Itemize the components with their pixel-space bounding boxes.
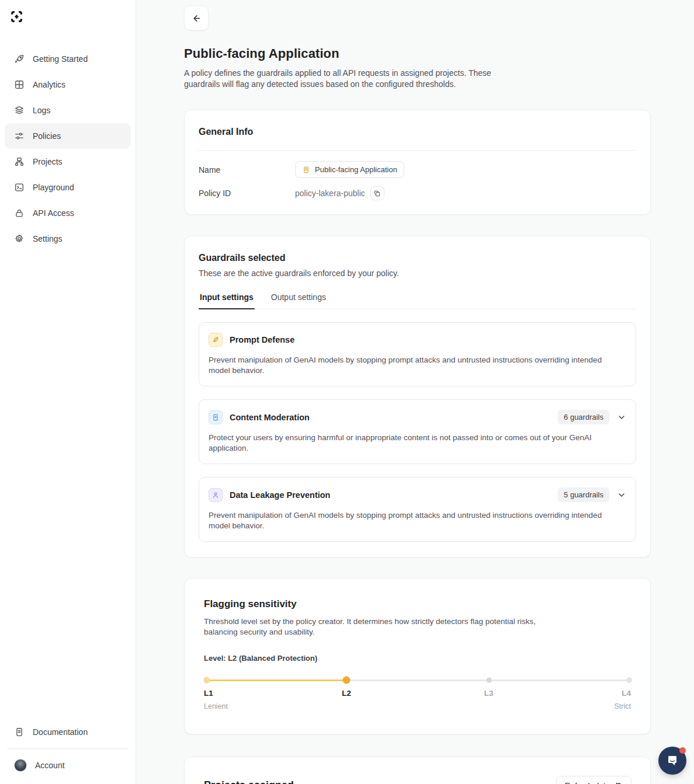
guardrail-data-leakage-prevention: Data Leakage Prevention 5 guardrails Pre… xyxy=(199,477,636,542)
main-content: Public-facing Application A policy defin… xyxy=(136,0,694,784)
refresh-icon xyxy=(615,782,623,784)
refresh-data-label: Refresh data xyxy=(565,781,610,784)
guardrails-title: Guardrails selected xyxy=(199,253,636,263)
guardrail-title: Content Moderation xyxy=(230,413,310,422)
slider-minmax-labels: Lenient Strict xyxy=(204,702,631,710)
gear-icon xyxy=(14,234,25,244)
document-icon xyxy=(14,727,25,737)
sidebar-item-label: Getting Started xyxy=(33,54,88,64)
copy-icon xyxy=(373,190,381,197)
guardrails-tabs: Input settings Output settings xyxy=(199,292,636,309)
guardrail-description: Protect your users by ensuring harmful o… xyxy=(209,433,617,454)
chat-bubble-icon xyxy=(665,754,679,768)
slider-level-labels: L1 L2 L3 L4 xyxy=(204,689,631,699)
grid-icon xyxy=(14,79,25,90)
refresh-data-button[interactable]: Refresh data xyxy=(556,776,631,784)
notification-dot xyxy=(679,747,686,754)
general-info-card: General Info Name Public-facing Applicat… xyxy=(184,110,651,215)
person-icon xyxy=(209,488,223,502)
guardrail-description: Prevent manipulation of GenAI models by … xyxy=(209,355,617,376)
lock-icon xyxy=(14,208,25,218)
user-avatar xyxy=(14,759,27,772)
sidebar-item-getting-started[interactable]: Getting Started xyxy=(5,46,131,72)
guardrail-description: Prevent manipulation of GenAI models by … xyxy=(209,510,617,531)
slider-dot-l1[interactable] xyxy=(204,677,210,684)
sidebar-item-label: Policies xyxy=(33,131,61,141)
general-info-title: General Info xyxy=(199,127,636,137)
sidebar-item-projects[interactable]: Projects xyxy=(5,149,131,175)
sidebar-nav: Getting Started Analytics Logs xyxy=(5,46,131,252)
copy-button[interactable] xyxy=(370,186,384,200)
lenient-label: Lenient xyxy=(204,702,228,710)
guardrail-title: Data Leakage Prevention xyxy=(230,490,330,500)
sidebar-item-label: Account xyxy=(35,761,65,770)
sidebar-item-account[interactable]: Account xyxy=(5,752,131,778)
projects-assigned-title: Projects assigned xyxy=(204,779,294,784)
chevron-down-icon[interactable] xyxy=(617,413,626,422)
sidebar: Getting Started Analytics Logs xyxy=(0,0,136,784)
sidebar-item-label: Logs xyxy=(33,106,50,115)
sidebar-item-label: API Access xyxy=(33,208,74,218)
slider-handle-l2[interactable] xyxy=(343,677,351,684)
guardrails-card: Guardrails selected These are the active… xyxy=(184,236,651,557)
document-icon xyxy=(209,410,223,424)
level-l1: L1 xyxy=(204,689,213,698)
sidebar-divider xyxy=(7,748,129,749)
tab-output-settings[interactable]: Output settings xyxy=(270,292,327,309)
level-l3: L3 xyxy=(484,689,494,698)
sidebar-item-settings[interactable]: Settings xyxy=(5,226,131,252)
slider-dot-l3[interactable] xyxy=(486,678,491,683)
sidebar-item-label: Playground xyxy=(33,183,74,192)
back-button[interactable] xyxy=(184,6,209,30)
lakera-logo xyxy=(5,11,131,23)
name-row: Name Public-facing Application xyxy=(199,161,636,178)
projects-assigned-card: Projects assigned Refresh data xyxy=(184,757,651,784)
document-icon xyxy=(302,166,310,174)
sidebar-item-label: Documentation xyxy=(33,727,88,737)
policy-id-label: Policy ID xyxy=(199,189,295,198)
arrow-left-icon xyxy=(192,13,202,23)
guardrail-count-badge: 6 guardrails xyxy=(558,410,609,424)
flagging-sensitivity-card: Flagging sensitivity Threshold level set… xyxy=(184,578,651,734)
terminal-icon xyxy=(14,182,25,193)
sidebar-item-api-access[interactable]: API Access xyxy=(5,200,131,226)
strict-label: Strict xyxy=(615,702,631,710)
sensitivity-slider[interactable] xyxy=(204,677,631,684)
sidebar-item-label: Settings xyxy=(33,234,63,243)
sidebar-item-playground[interactable]: Playground xyxy=(5,175,131,200)
sensitivity-level-label: Level: L2 (Balanced Protection) xyxy=(204,654,631,663)
level-l2: L2 xyxy=(342,689,351,698)
page-description: A policy defines the guardrails applied … xyxy=(184,68,494,90)
sidebar-item-label: Analytics xyxy=(33,80,65,89)
org-chart-icon xyxy=(14,156,25,167)
sidebar-item-label: Projects xyxy=(33,157,63,166)
guardrail-prompt-defense: Prompt Defense Prevent manipulation of G… xyxy=(199,322,636,386)
sidebar-footer: Documentation Account xyxy=(5,719,131,778)
feather-icon xyxy=(209,333,223,347)
guardrail-content-moderation: Content Moderation 6 guardrails Protect … xyxy=(199,399,636,464)
sensitivity-description: Threshold level set by the policy creato… xyxy=(204,616,563,637)
sliders-icon xyxy=(14,131,25,141)
slider-dot-l4[interactable] xyxy=(626,677,632,683)
level-l4: L4 xyxy=(622,689,631,698)
sidebar-item-logs[interactable]: Logs xyxy=(5,97,131,123)
policy-name-value: Public-facing Application xyxy=(315,165,397,174)
policy-id-value: policy-lakera-public xyxy=(295,189,365,198)
slider-fill xyxy=(204,680,346,681)
divider xyxy=(199,150,636,151)
tab-input-settings[interactable]: Input settings xyxy=(199,292,255,309)
name-label: Name xyxy=(199,165,295,175)
guardrails-subtitle: These are the active guardrails enforced… xyxy=(199,269,636,278)
chat-widget-button[interactable] xyxy=(658,747,686,775)
sidebar-item-policies[interactable]: Policies xyxy=(5,123,131,149)
policy-name-pill: Public-facing Application xyxy=(295,161,404,178)
chevron-down-icon[interactable] xyxy=(617,490,626,500)
guardrail-count-badge: 5 guardrails xyxy=(558,487,609,502)
sidebar-item-documentation[interactable]: Documentation xyxy=(5,719,131,745)
policy-id-row: Policy ID policy-lakera-public xyxy=(199,186,636,200)
page-title: Public-facing Application xyxy=(184,46,651,61)
layers-icon xyxy=(14,105,25,116)
sensitivity-title: Flagging sensitivity xyxy=(204,598,631,610)
guardrail-title: Prompt Defense xyxy=(230,335,294,344)
sidebar-item-analytics[interactable]: Analytics xyxy=(5,72,131,97)
